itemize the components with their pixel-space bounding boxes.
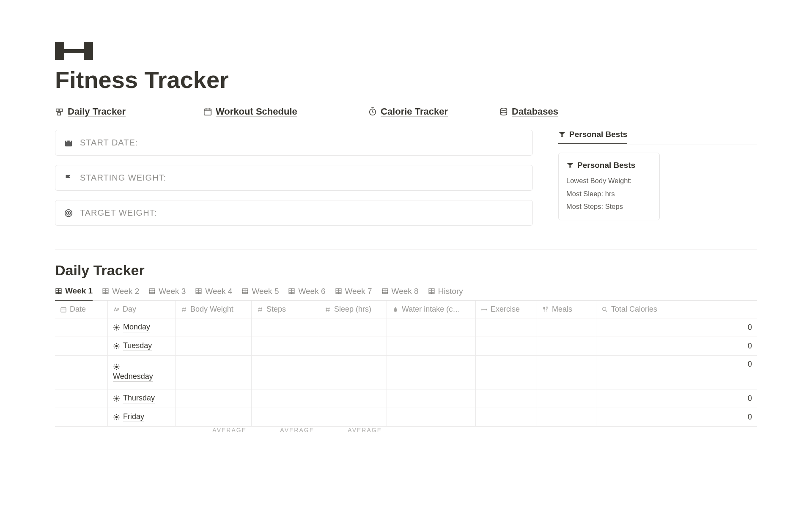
tab-label: Week 4 <box>205 287 232 296</box>
nav-label: Daily Tracker <box>68 106 126 117</box>
table-icon <box>288 288 295 295</box>
svg-point-29 <box>115 397 118 400</box>
number-icon <box>257 306 263 313</box>
nav-workout-schedule[interactable]: Workout Schedule <box>203 106 368 117</box>
total-calories-value: 0 <box>748 323 752 332</box>
svg-rect-0 <box>56 109 59 112</box>
svg-rect-8 <box>70 139 71 142</box>
table-row[interactable]: Tuesday 0 <box>55 337 757 356</box>
number-icon <box>181 306 187 313</box>
aggregate-steps[interactable]: AVERAGE <box>252 427 319 433</box>
tab-week-2[interactable]: Week 2 <box>102 286 139 300</box>
column-sleep[interactable]: Sleep (hrs) <box>319 301 387 318</box>
tab-week-6[interactable]: Week 6 <box>288 286 325 300</box>
svg-point-26 <box>115 326 118 329</box>
search-icon <box>601 306 608 313</box>
column-exercise[interactable]: Exercise <box>476 301 537 318</box>
total-calories-value: 0 <box>748 413 752 422</box>
callout-label: START DATE: <box>80 138 138 148</box>
column-steps[interactable]: Steps <box>252 301 319 318</box>
nav-daily-tracker[interactable]: Daily Tracker <box>55 106 203 117</box>
tab-week-5[interactable]: Week 5 <box>241 286 279 300</box>
nav-label: Calorie Tracker <box>381 106 448 117</box>
day-value: Friday <box>123 412 144 422</box>
table-row[interactable]: Thursday 0 <box>55 389 757 408</box>
utensils-icon <box>542 306 549 313</box>
sun-icon <box>113 395 120 402</box>
page-title: Fitness Tracker <box>55 66 757 93</box>
tab-week-7[interactable]: Week 7 <box>335 286 372 300</box>
sun-icon <box>113 363 120 370</box>
tab-label: Week 7 <box>345 287 372 296</box>
tab-history[interactable]: History <box>428 286 463 300</box>
callout-target-weight[interactable]: TARGET WEIGHT: <box>55 200 533 226</box>
nav-databases[interactable]: Databases <box>499 106 558 117</box>
table-icon <box>335 288 342 295</box>
svg-rect-22 <box>481 309 482 310</box>
day-value: Wednesday <box>113 372 153 382</box>
table-icon <box>55 288 62 295</box>
callout-label: STARTING WEIGHT: <box>80 173 166 183</box>
svg-rect-1 <box>60 109 62 112</box>
page-icon-dumbbell <box>55 42 757 62</box>
total-calories-value: 0 <box>748 342 752 351</box>
tab-label: Week 5 <box>252 287 279 296</box>
sun-icon <box>113 414 120 421</box>
column-total-calories[interactable]: Total Calories <box>596 301 757 318</box>
svg-rect-21 <box>61 307 66 312</box>
table-icon <box>195 288 202 295</box>
tab-label: Week 2 <box>112 287 139 296</box>
tab-personal-bests[interactable]: Personal Bests <box>558 130 627 144</box>
svg-rect-24 <box>482 309 486 310</box>
tab-week-3[interactable]: Week 3 <box>148 286 186 300</box>
tab-label: Week 6 <box>298 287 325 296</box>
column-day[interactable]: Day <box>108 301 176 318</box>
callout-start-date[interactable]: START DATE: <box>55 130 533 156</box>
nav-label: Workout Schedule <box>216 106 297 117</box>
number-icon <box>324 306 331 313</box>
flag-icon <box>64 173 73 183</box>
table-row[interactable]: Monday 0 <box>55 318 757 337</box>
day-value: Monday <box>123 323 150 332</box>
sun-icon <box>113 343 120 350</box>
column-meals[interactable]: Meals <box>537 301 596 318</box>
tab-label: Week 8 <box>392 287 419 296</box>
svg-point-5 <box>501 108 507 111</box>
aggregate-body-weight[interactable]: AVERAGE <box>176 427 252 433</box>
calendar-icon <box>203 107 212 116</box>
table-icon <box>148 288 156 295</box>
table-icon <box>102 288 109 295</box>
svg-point-27 <box>115 345 118 348</box>
table-icon <box>381 288 389 295</box>
table-row[interactable]: Wednesday 0 <box>55 356 757 389</box>
column-body-weight[interactable]: Body Weight <box>176 301 252 318</box>
callout-starting-weight[interactable]: STARTING WEIGHT: <box>55 165 533 191</box>
tab-week-4[interactable]: Week 4 <box>195 286 232 300</box>
collection-icon <box>55 107 64 116</box>
tab-week-1[interactable]: Week 1 <box>55 286 93 301</box>
table-aggregation-row: AVERAGE AVERAGE AVERAGE <box>55 427 757 433</box>
column-label: Exercise <box>491 305 520 314</box>
personal-bests-card[interactable]: Personal Bests Lowest Body Weight: Most … <box>558 153 660 220</box>
card-title: Personal Bests <box>577 161 635 170</box>
sun-icon <box>113 324 120 331</box>
calendar-filled-icon <box>64 138 73 148</box>
pb-most-steps: Most Steps: Steps <box>566 200 652 213</box>
table-row[interactable]: Friday 0 <box>55 408 757 427</box>
column-date[interactable]: Date <box>55 301 108 318</box>
target-icon <box>64 208 73 218</box>
column-label: Water intake (c… <box>402 305 460 314</box>
column-water-intake[interactable]: Water intake (c… <box>387 301 476 318</box>
timer-icon <box>368 107 377 116</box>
tab-label: Personal Bests <box>569 130 627 139</box>
tab-week-8[interactable]: Week 8 <box>381 286 419 300</box>
column-label: Body Weight <box>190 305 233 314</box>
column-label: Total Calories <box>611 305 657 314</box>
day-value: Tuesday <box>123 341 152 351</box>
daily-tracker-table: Date Day Body Weight Steps Sleep (hrs) W… <box>55 301 757 433</box>
nav-calorie-tracker[interactable]: Calorie Tracker <box>368 106 499 117</box>
database-icon <box>499 107 508 116</box>
svg-rect-6 <box>65 140 72 146</box>
aggregate-sleep[interactable]: AVERAGE <box>319 427 387 433</box>
divider <box>55 249 757 249</box>
